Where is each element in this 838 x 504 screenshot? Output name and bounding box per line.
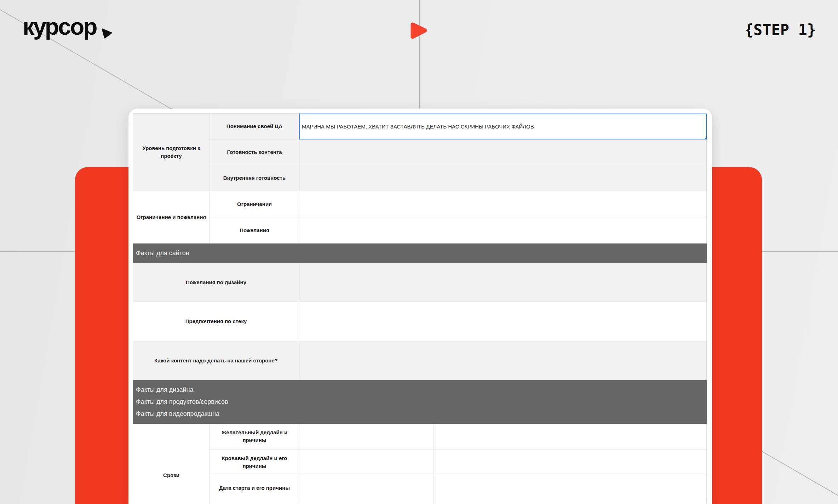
row-label-clipped[interactable]: [210, 501, 299, 504]
cursor-arrow-icon: [102, 19, 112, 42]
value-cell-hard-deadline[interactable]: [299, 449, 434, 475]
group-cell-deadlines[interactable]: Сроки: [133, 424, 210, 504]
slide-canvas: Уровень подготовки к проекту Понимание с…: [0, 0, 838, 504]
value-cell-desired-deadline[interactable]: [299, 424, 434, 449]
selected-cell-audience-understanding[interactable]: МАРИНА МЫ РАБОТАЕМ, ХВАТИТ ЗАСТАВЛЯТЬ ДЕ…: [299, 114, 707, 139]
selection-fill-handle[interactable]: [705, 137, 707, 139]
section-band-line: Факты для продуктов/сервисов: [136, 396, 228, 408]
group-cell-preparation-level[interactable]: Уровень подготовки к проекту: [133, 114, 210, 191]
row-label-content-our-side[interactable]: Какой контент надо делать на нашей сторо…: [133, 341, 299, 380]
row-label-stack-preferences[interactable]: Предпочтения по стеку: [133, 302, 299, 341]
row-label-desired-deadline[interactable]: Желательный дедлайн и причины: [210, 424, 299, 449]
row-label-hard-deadline[interactable]: Кровавый дедлайн и его причины: [210, 449, 299, 475]
spreadsheet-card: Уровень подготовки к проекту Понимание с…: [128, 109, 712, 504]
section-band-site-facts[interactable]: Факты для сайтов: [133, 244, 707, 263]
play-button[interactable]: [411, 22, 427, 41]
value-cell-desired-deadline-2[interactable]: [434, 424, 707, 449]
group-cell-constraints-wishes[interactable]: Ограничение и пожелания: [133, 191, 210, 244]
value-cell-hard-deadline-2[interactable]: [434, 449, 707, 475]
value-cell-design-wishes[interactable]: [299, 263, 707, 302]
logo: курсор: [23, 15, 112, 42]
section-band-line: Факты для сайтов: [136, 247, 189, 259]
section-band-line: Факты для дизайна: [136, 384, 194, 396]
value-cell-clipped[interactable]: [299, 501, 434, 504]
row-label-internal-readiness[interactable]: Внутренняя готовность: [210, 165, 299, 191]
section-band-other-facts[interactable]: Факты для дизайна Факты для продуктов/се…: [133, 380, 707, 424]
row-label-start-date[interactable]: Дата старта и его причины: [210, 475, 299, 501]
row-label-design-wishes[interactable]: Пожелания по дизайну: [133, 263, 299, 302]
value-cell-content-readiness[interactable]: [299, 139, 707, 165]
brief-table: Уровень подготовки к проекту Понимание с…: [133, 113, 706, 504]
value-cell-clipped-2[interactable]: [434, 501, 707, 504]
value-cell-constraints[interactable]: [299, 191, 707, 217]
step-label: {STEP 1}: [745, 21, 816, 39]
logo-text: курсор: [23, 15, 97, 38]
row-label-wishes[interactable]: Пожелания: [210, 217, 299, 244]
value-cell-internal-readiness[interactable]: [299, 165, 707, 191]
value-cell-content-our-side[interactable]: [299, 341, 707, 380]
value-cell-wishes[interactable]: [299, 217, 707, 244]
section-band-line: Факты для видеопродакшна: [136, 408, 219, 420]
row-label-content-readiness[interactable]: Готовность контента: [210, 139, 299, 165]
row-label-audience-understanding[interactable]: Понимание своей ЦА: [210, 114, 299, 139]
value-cell-start-date[interactable]: [299, 475, 434, 501]
value-cell-start-date-2[interactable]: [434, 475, 707, 501]
value-cell-stack-preferences[interactable]: [299, 302, 707, 341]
row-label-constraints[interactable]: Ограничения: [210, 191, 299, 217]
